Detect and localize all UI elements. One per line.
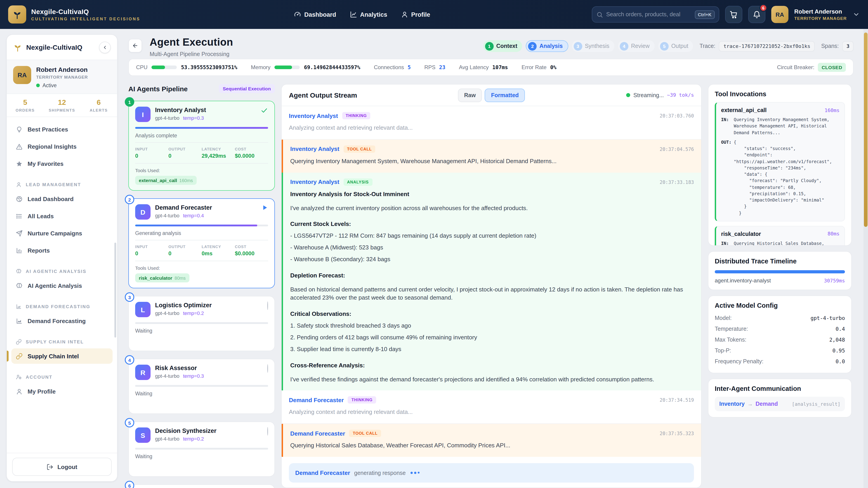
sidebar-collapse-button[interactable] <box>99 41 111 53</box>
sidebar-item-best-practices[interactable]: Best Practices <box>11 122 113 137</box>
agent-status: Waiting <box>135 391 268 396</box>
metric-items: CPU53.39555523093751%Memory69.1496284443… <box>136 64 570 70</box>
stage-output: 5Output <box>658 40 693 52</box>
nav-item-dashboard[interactable]: Dashboard <box>294 11 336 18</box>
stage-synthesis: 3Synthesis <box>572 40 614 52</box>
sidebar-item-supply-chain-intel[interactable]: Supply Chain Intel <box>11 348 113 364</box>
stat-label: INPUT <box>135 245 168 249</box>
sidebar-scrollbar[interactable] <box>114 242 116 337</box>
agent-progress-fill <box>135 127 268 129</box>
model-config-title: Active Model Config <box>715 302 845 309</box>
nav-user-role: TERRITORY MANAGER <box>794 16 847 21</box>
invocation-duration: 80ms <box>828 231 839 237</box>
nav-item-label: Analytics <box>360 11 387 18</box>
notifications-button[interactable]: 6 <box>748 6 765 23</box>
sidebar-menu: Best PracticesRegional InsightsMy Favori… <box>7 117 117 428</box>
agent-stat-output: OUTPUT0 <box>168 147 202 159</box>
agent-card-risk-assessor[interactable]: 4RRisk Assessorgpt-4-turbotemp=0.3Waitin… <box>128 359 275 414</box>
bar-chart-icon <box>16 247 23 254</box>
trace-timeline-panel: Distributed Trace Timeline agent.invento… <box>708 251 852 290</box>
chevron-left-icon <box>102 44 107 50</box>
sidebar-section-supply-chain-intel: SUPPLY CHAIN INTEL <box>11 337 113 347</box>
sidebar-stats: 5ORDERS12SHIPMENTS6ALERTS <box>7 94 117 117</box>
sidebar-item-all-leads[interactable]: All Leads <box>11 208 113 224</box>
metric-bar-fill <box>152 66 165 69</box>
stat-value: 29,429ms <box>202 153 235 159</box>
nav-user-block[interactable]: Robert Anderson TERRITORY MANAGER <box>794 8 847 21</box>
agent-avatar: S <box>135 427 151 443</box>
sidebar-item-my-favorites[interactable]: My Favorites <box>11 156 113 171</box>
agent-name: Demand Forecaster <box>155 204 212 211</box>
invocation-external_api_call: external_api_call160msIN:Querying Invent… <box>715 102 845 221</box>
sidebar-brand: Nexgile-CultivaIQ <box>26 43 82 51</box>
sidebar-item-label: AI Agentic Analysis <box>28 282 82 289</box>
back-button[interactable] <box>128 39 142 53</box>
io-out-text: { "status": "success", "endpoint": "http… <box>734 139 839 217</box>
sidebar-item-reports[interactable]: Reports <box>11 242 113 258</box>
streaming-status: Streaming... ~39 tok/s <box>525 92 694 98</box>
stat-value: 5 <box>7 98 43 107</box>
metric-label: Memory <box>251 64 271 70</box>
avatar: RA <box>13 66 31 84</box>
trace-label: Trace: <box>700 43 715 49</box>
model-config-rows: Model:gpt-4-turboTemperature:0.4Max Toke… <box>715 313 845 367</box>
agent-card-communication-specialist[interactable]: 6CCommunication Specialistgpt-4-turbotem… <box>128 484 275 488</box>
message-body: Querying Historical Sales Database, Weat… <box>290 442 694 450</box>
agent-name: Decision Synthesizer <box>155 427 217 434</box>
page-scrollbar[interactable] <box>864 29 868 488</box>
message-header: Inventory AnalystTHINKING20:37:03.760 <box>289 112 694 119</box>
status-dot <box>36 84 40 87</box>
message-agent: Demand Forecaster <box>289 397 344 403</box>
stream-message-3: Demand ForecasterTHINKING20:37:34.519Ana… <box>282 391 701 424</box>
stage-label: Review <box>631 43 650 49</box>
config-value: 0.4 <box>835 326 845 332</box>
invocation-header: risk_calculator80ms <box>721 231 839 237</box>
global-search[interactable]: Ctrl+K <box>592 6 719 23</box>
status-badge: Active <box>36 83 88 88</box>
search-input[interactable] <box>606 11 691 18</box>
agent-status: Analysis complete <box>135 133 268 138</box>
chevron-down-icon[interactable] <box>852 11 860 18</box>
message-paragraph: Critical Observations: <box>290 310 694 319</box>
notification-badge: 6 <box>760 4 767 12</box>
nav-item-analytics[interactable]: Analytics <box>350 11 387 18</box>
sidebar-item-my-profile[interactable]: My Profile <box>11 384 113 399</box>
page-scrollbar-thumb[interactable] <box>864 33 868 227</box>
message-paragraph: Analyzing context and retrieving relevan… <box>289 124 694 132</box>
brand-title: Nexgile-CultivaIQ <box>31 8 141 15</box>
stage-number: 3 <box>574 42 582 51</box>
sidebar-item-regional-insights[interactable]: Regional Insights <box>11 139 113 154</box>
sidebar-item-ai-agentic-analysis[interactable]: AI Agentic Analysis <box>11 278 113 293</box>
arrow-right-icon: → <box>747 401 753 407</box>
sidebar-footer: Logout <box>7 453 117 481</box>
sidebar-item-demand-forecasting[interactable]: Demand Forecasting <box>11 313 113 328</box>
config-label: Frequency Penalty: <box>715 358 763 365</box>
message-paragraph: Cross-Reference Analysis: <box>290 361 694 370</box>
agent-card-demand-forecaster[interactable]: 2DDemand Forecastergpt-4-turbotemp=0.4Ge… <box>128 198 275 288</box>
stream-message-2: Inventory AnalystANALYSIS20:37:33.183Inv… <box>282 172 701 390</box>
nav-item-profile[interactable]: Profile <box>401 11 430 18</box>
raw-button[interactable]: Raw <box>458 88 482 102</box>
agent-card-header: DDemand Forecastergpt-4-turbotemp=0.4 <box>135 204 268 220</box>
sidebar-item-lead-dashboard[interactable]: Lead Dashboard <box>11 191 113 206</box>
section-label: DEMAND FORECASTING <box>26 304 90 309</box>
generating-text: generating response <box>354 470 406 476</box>
format-toggle: Raw Formatted <box>458 88 525 102</box>
sidebar-item-label: Supply Chain Intel <box>28 353 79 359</box>
star-icon <box>16 160 23 167</box>
avatar[interactable]: RA <box>771 6 788 23</box>
invocation-risk_calculator: risk_calculator80msIN:Querying Historica… <box>715 226 845 246</box>
sidebar-item-nurture-campaigns[interactable]: Nurture Campaigns <box>11 225 113 241</box>
agent-card-header: RRisk Assessorgpt-4-turbotemp=0.3 <box>135 365 268 380</box>
cart-icon <box>730 10 738 19</box>
agent-card-inventory-analyst[interactable]: 1IInventory Analystgpt-4-turbotemp=0.3An… <box>128 101 275 191</box>
message-paragraph: I've verified these findings against the… <box>290 375 694 384</box>
agent-card-decision-synthesizer[interactable]: 5SDecision Synthesizergpt-4-turbotemp=0.… <box>128 422 275 477</box>
logout-button[interactable]: Logout <box>12 458 112 476</box>
stage-pills: 1Context2Analysis3Synthesis4Review5Outpu… <box>483 40 693 52</box>
formatted-button[interactable]: Formatted <box>485 88 525 102</box>
agent-card-logistics-optimizer[interactable]: 3LLogistics Optimizergpt-4-turbotemp=0.2… <box>128 296 275 351</box>
agent-state-indicator <box>267 365 268 380</box>
cart-button[interactable] <box>725 6 742 23</box>
metric-error-rate: Error Rate0% <box>522 64 556 70</box>
